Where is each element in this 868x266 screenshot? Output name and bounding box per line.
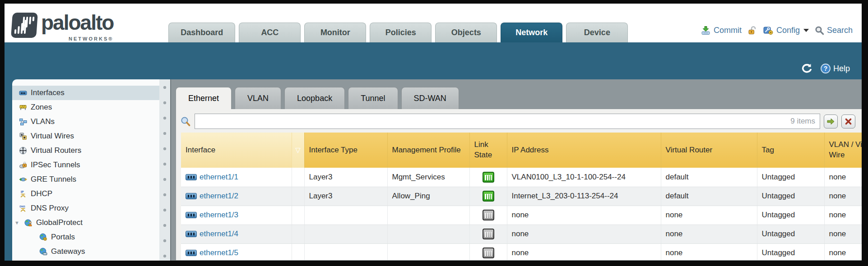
cell-vlan: none [824,168,862,187]
interface-link[interactable]: ethernet1/1 [200,173,238,181]
interface-link[interactable]: ethernet1/2 [200,192,238,200]
sidebar-item-gre-tunnels[interactable]: GRE Tunnels [12,172,159,187]
clear-filter-button[interactable] [841,115,855,128]
sidebar: Interfaces Zones VLANs [12,79,159,261]
sidebar-item-gateways[interactable]: Gateways [12,244,159,259]
cell-mgmt-profile [387,206,469,225]
sidebar-item-virtual-routers[interactable]: Virtual Routers [12,143,159,158]
paloalto-logo-icon [11,13,38,38]
cell-virtual-router: default [661,168,757,187]
cell-mgmt-profile [387,225,469,243]
help-label: Help [833,64,850,73]
cell-interface-type [304,225,387,243]
cell-interface-type: Layer3 [304,187,387,206]
virtual-routers-icon [19,147,27,155]
help-button[interactable]: ? Help [820,63,850,74]
filter-search-icon [181,116,191,127]
cell-interface-type [304,206,387,225]
sidebar-item-dns-proxy[interactable]: DNS DNS Proxy [12,201,159,216]
subtab-ethernet[interactable]: Ethernet [176,87,232,109]
brand-name: paloalto [41,10,113,35]
commit-label: Commit [714,26,742,35]
filter-input[interactable] [195,115,790,128]
dns-proxy-icon: DNS [19,204,27,212]
tab-dashboard[interactable]: Dashboard [168,23,235,42]
col-header-link-state[interactable]: Link State [469,133,507,168]
cell-tag: Untagged [757,168,824,187]
interface-link[interactable]: ethernet1/5 [200,248,238,257]
col-header-interface-type[interactable]: Interface Type [304,133,387,168]
table-row: ethernet1/1 Layer3 Mgmt_Services VLAN010… [181,168,862,187]
subtab-loopback[interactable]: Loopback [284,87,345,109]
column-sort-dropdown[interactable]: ▽ [292,133,304,168]
col-header-ip-address[interactable]: IP Address [507,133,661,168]
zones-icon [19,103,27,111]
tab-network[interactable]: Network [501,23,562,42]
sidebar-item-globalprotect[interactable]: ▼ GlobalProtect [12,216,159,230]
col-header-virtual-router[interactable]: Virtual Router [661,133,757,168]
link-state-icon[interactable] [483,191,494,202]
sidebar-item-zones[interactable]: Zones [12,100,159,115]
tab-monitor[interactable]: Monitor [304,23,366,42]
expand-arrow-icon[interactable]: ▼ [14,220,21,225]
brand-sub: NETWORKS® [69,36,113,41]
sidebar-item-virtual-wires[interactable]: Virtual Wires [12,129,159,143]
subtab-tunnel[interactable]: Tunnel [348,87,398,109]
col-header-management-profile[interactable]: Management Profile [387,133,469,168]
virtual-wires-icon [19,132,27,140]
interface-link[interactable]: ethernet1/4 [200,229,238,238]
table-row: ethernet1/5 none none Untagged none [181,243,862,261]
ethernet-port-icon [186,212,197,218]
config-dropdown[interactable]: Config [763,26,809,35]
link-state-icon[interactable] [483,229,494,239]
ethernet-port-icon [186,193,197,199]
sidebar-item-portals[interactable]: Portals [12,230,159,244]
tab-objects[interactable]: Objects [435,23,497,42]
filter-input-wrap: 9 items [195,114,820,129]
link-state-icon[interactable] [483,248,494,258]
apply-filter-button[interactable] [824,115,838,128]
col-header-vlan-virtual-wire[interactable]: VLAN / Virtual Wire [824,133,862,168]
ethernet-port-icon [186,231,197,237]
link-state-icon[interactable] [483,172,494,183]
cell-ip-address: Internet_L3_203-0-113-254--24 [507,187,661,206]
dhcp-icon: IP [19,190,27,198]
sidebar-item-label: IPSec Tunnels [31,161,80,170]
tab-device[interactable]: Device [566,23,628,42]
link-state-icon[interactable] [483,210,494,220]
col-header-interface[interactable]: Interface [181,133,292,168]
subtab-sdwan[interactable]: SD-WAN [401,87,459,109]
sort-dropdown-icon: ▽ [295,146,301,154]
sidebar-item-label: Gateways [51,247,85,256]
main-content: Ethernet VLAN Loopback Tunnel SD-WAN 9 i… [171,79,862,261]
col-header-tag[interactable]: Tag [757,133,824,168]
sidebar-splitter[interactable] [159,79,171,261]
sidebar-item-label: GRE Tunnels [31,175,76,184]
green-arrow-icon [826,118,835,125]
tab-policies[interactable]: Policies [370,23,432,42]
interface-link[interactable]: ethernet1/3 [200,211,238,219]
commit-button[interactable]: Commit [701,26,742,35]
sidebar-item-label: Interfaces [31,88,65,97]
lock-button[interactable] [747,26,757,35]
cell-interface-type: Layer3 [304,168,387,187]
refresh-button[interactable] [800,63,813,74]
search-label: Search [827,26,853,35]
subtab-vlan[interactable]: VLAN [235,87,281,109]
red-x-icon [845,118,852,125]
sidebar-item-interfaces[interactable]: Interfaces [12,86,159,100]
config-icon [763,26,774,35]
sidebar-item-vlans[interactable]: VLANs [12,115,159,129]
cell-virtual-router: none [661,225,757,243]
secondary-toolbar: ? Help [5,42,862,79]
header-utilities: Commit Config [701,26,853,35]
sidebar-item-ipsec-tunnels[interactable]: IPSec Tunnels [12,158,159,172]
tab-acc[interactable]: ACC [239,23,301,42]
refresh-icon [800,63,813,74]
cell-vlan: none [824,243,862,261]
paloalto-logo: paloalto NETWORKS® [12,10,113,42]
sidebar-item-dhcp[interactable]: IP DHCP [12,187,159,201]
search-button[interactable]: Search [815,26,853,35]
table-row: ethernet1/2 Layer3 Allow_Ping Internet_L… [181,187,862,206]
globalprotect-icon [24,219,32,227]
